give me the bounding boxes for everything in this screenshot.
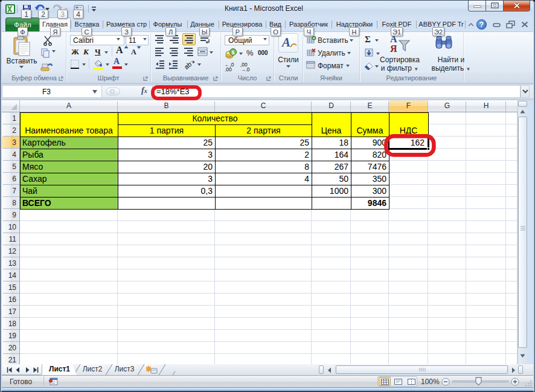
svg-text:,00: ,00 (225, 66, 232, 72)
svg-text:A: A (281, 35, 290, 50)
svg-text:→,0: →,0 (240, 66, 250, 72)
svg-text:$: $ (232, 50, 235, 56)
svg-text:Я: Я (390, 43, 397, 54)
